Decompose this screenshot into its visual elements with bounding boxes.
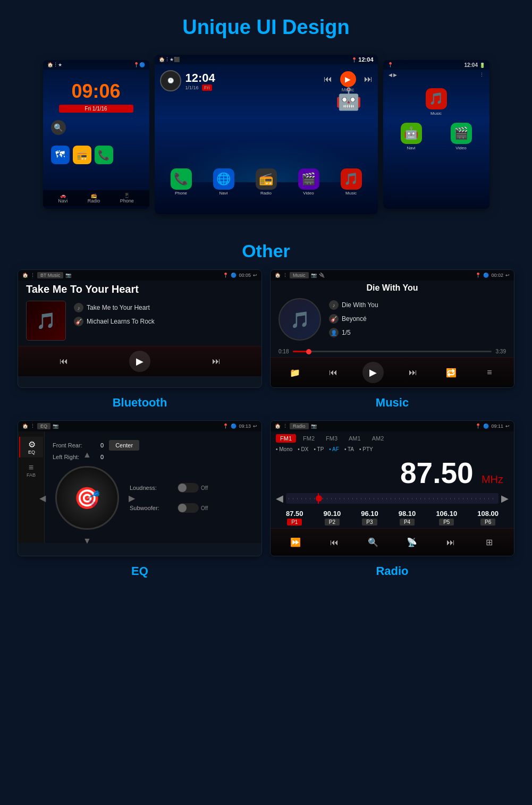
radio-meta-af: • AF xyxy=(329,446,339,452)
music-progress-track[interactable] xyxy=(293,351,491,352)
radio-scan-button[interactable]: ⏩ xyxy=(286,533,305,552)
center-app-phone[interactable]: 📞 Phone xyxy=(171,168,192,196)
android-logo: 🤖 xyxy=(335,87,362,112)
radio-preset-3[interactable]: 96.10 P3 xyxy=(361,510,378,526)
eq-speaker-area: ▲ ◀ 🎯 ▶ ▼ Loudness: xyxy=(53,463,254,532)
radio-menu-button[interactable]: ⊞ xyxy=(480,533,499,552)
left-app-icons: 🗺 📻 📞 xyxy=(43,143,149,167)
music-play-button[interactable]: ▶ xyxy=(362,362,384,383)
music-track-info: 1/5 xyxy=(342,329,351,336)
radio-band-am1[interactable]: AM1 xyxy=(344,434,365,443)
center-app-radio[interactable]: 📻 Radio xyxy=(256,168,277,196)
left-app-navi[interactable]: 🗺 xyxy=(51,146,70,164)
eq-status-right: 📍🔵 09:13 ↩ xyxy=(223,423,257,429)
radio-tune-left[interactable]: ◀ xyxy=(276,493,283,504)
center-app-navi[interactable]: 🌐 Navi xyxy=(213,168,234,196)
bt-next-button[interactable]: ⏭ xyxy=(207,352,225,371)
eq-center-button[interactable]: Center xyxy=(109,440,139,451)
left-app-phone[interactable]: 📞 xyxy=(95,146,113,164)
bt-song-name: Take Me to Your Heart xyxy=(87,304,150,311)
radio-next-button[interactable]: ⏭ xyxy=(441,533,460,552)
music-status-bar: 🏠⋮ Music 📷🔌 📍🔵 00:02 ↩ xyxy=(271,270,514,281)
radio-meta-ta: • TA xyxy=(344,446,354,452)
next-icon[interactable]: ⏭ xyxy=(364,74,373,84)
eq-body: ⚙ EQ ≡ FAB Front Rear: 0 Center xyxy=(18,431,261,543)
eq-loudness-toggle[interactable]: Off xyxy=(178,483,208,493)
music-time-current: 0:18 xyxy=(278,349,289,354)
eq-arrow-down[interactable]: ▼ xyxy=(83,536,91,546)
music-song-name: Die With You xyxy=(342,301,378,309)
eq-main-area: Front Rear: 0 Center Left Right: 0 ▲ ◀ xyxy=(45,431,261,543)
eq-subwoofer-label: Subwoofer: xyxy=(130,505,172,511)
eq-tab-eq[interactable]: ⚙ EQ xyxy=(19,437,43,457)
left-bottom-bar: 🚗Navi 📻Radio 📱Phone xyxy=(43,190,149,206)
eq-arrow-up[interactable]: ▲ xyxy=(83,450,91,460)
radio-preset-5[interactable]: 106.10 P5 xyxy=(436,510,457,526)
eq-arrow-left[interactable]: ◀ xyxy=(39,493,46,503)
radio-tuner-indicator xyxy=(316,495,322,502)
eq-tab-fab[interactable]: ≡ FAB xyxy=(19,460,43,480)
eq-subwoofer-track xyxy=(178,503,199,513)
center-app-music[interactable]: 🎵 Music xyxy=(341,168,362,196)
preset-1-label: P1 xyxy=(287,519,302,526)
preset-5-label: P5 xyxy=(439,519,454,526)
radio-prev-button[interactable]: ⏮ xyxy=(325,533,343,552)
left-search-icon[interactable]: 🔍 xyxy=(51,120,66,135)
radio-band-fm3[interactable]: FM3 xyxy=(322,434,342,443)
eq-screen: 🏠⋮ EQ 📷 📍🔵 09:13 ↩ ⚙ EQ xyxy=(18,421,261,543)
eq-subwoofer-row: Subwoofer: Off xyxy=(130,503,254,513)
center-play-button[interactable]: ▶ xyxy=(340,71,356,87)
bt-play-button[interactable]: ▶ xyxy=(129,351,150,372)
music-folder-button[interactable]: 📁 xyxy=(286,363,305,382)
prev-icon[interactable]: ⏮ xyxy=(324,74,332,84)
radio-preset-1[interactable]: 87.50 P1 xyxy=(286,510,303,526)
radio-band-am2[interactable]: AM2 xyxy=(368,434,389,443)
radio-wifi-button[interactable]: 📡 xyxy=(402,533,421,552)
center-app-row: 📞 Phone 🌐 Navi 📻 Radio 🎬 Video 🎵 xyxy=(155,168,378,196)
eq-arrow-right[interactable]: ▶ xyxy=(129,493,135,503)
radio-band-fm2[interactable]: FM2 xyxy=(299,434,319,443)
center-app-video[interactable]: 🎬 Video xyxy=(298,168,319,196)
eq-subwoofer-toggle[interactable]: Off xyxy=(178,503,208,513)
right-video-app: 🎬 Video xyxy=(438,123,484,150)
music-list-button[interactable]: ≡ xyxy=(480,363,499,382)
music-next-button[interactable]: ⏭ xyxy=(403,363,422,382)
bt-screen: 🏠⋮ BT Music 📷 📍🔵 00:05 ↩ Take Me To Your… xyxy=(18,270,261,376)
bt-prev-button[interactable]: ⏮ xyxy=(54,352,73,371)
center-time-area: 12:04 1/1/16 Fri xyxy=(185,71,215,90)
left-app-radio[interactable]: 📻 xyxy=(73,146,91,164)
radio-tune-right[interactable]: ▶ xyxy=(501,493,509,504)
radio-preset-6[interactable]: 108.00 P6 xyxy=(477,510,499,526)
bt-song-name-row: ♪ Take Me to Your Heart xyxy=(74,301,254,315)
center-screen-card: 🏠⋮★⬛ 📍 12:04 🕛 12:04 1/1/16 Fri xyxy=(155,55,378,214)
radio-search-button[interactable]: 🔍 xyxy=(364,533,382,552)
right-app-music[interactable]: 🎵 Music xyxy=(426,88,447,116)
radio-tuner-track[interactable] xyxy=(286,493,499,504)
radio-band-fm1[interactable]: FM1 xyxy=(276,434,296,443)
eq-label-area: EQ xyxy=(18,564,262,578)
feature-labels-2: EQ Radio xyxy=(0,562,532,594)
right-top-app: 🎵 Music xyxy=(389,86,484,118)
eq-tab-eq-icon: ⚙ xyxy=(22,439,41,450)
left-time: 09:06 xyxy=(43,80,149,103)
music-prev-button[interactable]: ⏮ xyxy=(324,363,343,382)
radio-preset-2[interactable]: 90.10 P2 xyxy=(324,510,341,526)
right-app-navi[interactable]: 🤖 Navi xyxy=(401,123,422,150)
music-app-icon: 🎵 xyxy=(341,168,362,190)
bt-label-area: Bluetooth xyxy=(18,396,262,410)
right-app-video[interactable]: 🎬 Video xyxy=(451,123,472,150)
preset-6-freq: 108.00 xyxy=(477,510,499,518)
music-repeat-button[interactable]: 🔁 xyxy=(442,363,460,382)
music-artist-icon: 🎸 xyxy=(329,314,339,324)
left-screen-card: 🏠⋮★ 📍🔵 09:06 Fri 1/1/16 🔍 🗺 📻 📞 🚗Navi xyxy=(43,60,149,209)
radio-status-right: 📍🔵 09:11 ↩ xyxy=(475,423,510,429)
radio-meta-tp: • TP xyxy=(314,446,324,452)
radio-meta-row: • Mono • DX • TP • AF • TA • PTY xyxy=(271,445,514,453)
feature-row-2: 🏠⋮ EQ 📷 📍🔵 09:13 ↩ ⚙ EQ xyxy=(0,420,532,562)
radio-meta-mono: • Mono xyxy=(276,446,292,452)
bt-feature-label: Bluetooth xyxy=(113,391,167,422)
music-album-art: 🎵 xyxy=(278,298,321,341)
music-content-area: 🎵 ♪ Die With You 🎸 Beyoncé 👤 1/5 xyxy=(271,295,514,346)
eq-front-rear-label: Front Rear: xyxy=(53,442,95,448)
radio-preset-4[interactable]: 98.10 P4 xyxy=(399,510,416,526)
